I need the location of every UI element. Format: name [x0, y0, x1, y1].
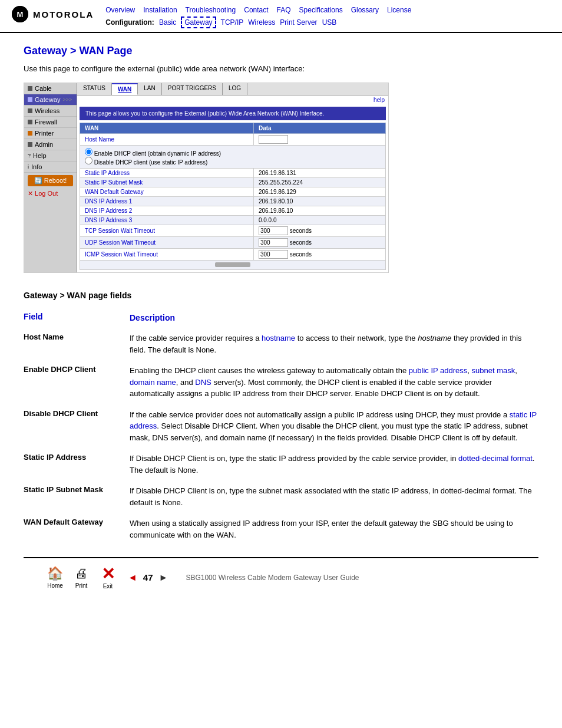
udp-timeout-label[interactable]: UDP Session Wait Timeout — [85, 239, 156, 246]
brand-name: MOTOROLA — [33, 9, 94, 19]
field-enable-dhcp-name: Enable DHCP Client — [24, 360, 130, 404]
footer: 🏠 Home 🖨 Print ✕ Exit ◄ 47 ► SBG1000 Wir… — [24, 557, 538, 597]
udp-timeout-suffix: seconds — [290, 239, 312, 246]
print-label: Print — [75, 582, 88, 589]
public-ip-link[interactable]: public IP address — [409, 366, 468, 375]
main-content: Gateway > WAN Page Use this page to conf… — [0, 33, 562, 608]
sidebar-nav: Cable Gateway >>> Wireless Firewall Prin… — [24, 83, 77, 272]
tab-port-triggers[interactable]: PORT TRIGGERS — [162, 83, 223, 95]
tcp-timeout-input[interactable] — [259, 226, 288, 235]
sidebar-help[interactable]: ? Help — [24, 150, 77, 162]
exit-label: Exit — [103, 583, 113, 589]
config-printserver[interactable]: Print Server — [280, 18, 317, 27]
dns1-value: 206.19.80.10 — [259, 198, 293, 205]
config-basic[interactable]: Basic — [159, 18, 176, 27]
nav-area: Overview Installation Troubleshooting Co… — [105, 6, 550, 32]
sidebar-cable[interactable]: Cable — [24, 83, 77, 94]
tab-lan[interactable]: LAN — [138, 83, 161, 95]
dns1-label[interactable]: DNS IP Address 1 — [85, 198, 132, 205]
config-usb[interactable]: USB — [322, 18, 337, 27]
field-wan-gateway-desc: When using a statically assigned IP addr… — [130, 513, 538, 545]
nav-license[interactable]: License — [387, 6, 411, 14]
footer-nav: ◄ 47 ► — [128, 572, 168, 583]
print-button[interactable]: 🖨 Print — [75, 566, 88, 589]
dhcp-enable-radio: Enable DHCP client (obtain dynamic IP ad… — [85, 148, 381, 157]
field-wan-gateway: WAN Default Gateway When using a statica… — [24, 513, 538, 545]
fields-section-title: Gateway > WAN page fields — [24, 291, 538, 300]
subnet-mask-row: Static IP Subnet Mask 255.255.255.224 — [80, 178, 386, 187]
dns1-row: DNS IP Address 1 206.19.80.10 — [80, 197, 386, 206]
subnet-mask-value: 255.255.255.224 — [259, 179, 303, 186]
tcp-timeout-row: TCP Session Wait Timeout seconds — [80, 225, 386, 237]
help-link[interactable]: help — [77, 95, 388, 104]
sidebar-gateway[interactable]: Gateway >>> — [24, 94, 77, 106]
field-disable-dhcp-name: Disable DHCP Client — [24, 404, 130, 449]
field-disable-dhcp: Disable DHCP Client If the cable service… — [24, 404, 538, 449]
dns3-label[interactable]: DNS IP Address 3 — [85, 217, 132, 223]
field-static-ip: Static IP Address If Disable DHCP Client… — [24, 448, 538, 480]
sidebar-firewall[interactable]: Firewall — [24, 117, 77, 128]
nav-contact[interactable]: Contact — [244, 6, 268, 14]
config-label: Configuration: — [105, 18, 154, 27]
screenshot-container: Cable Gateway >>> Wireless Firewall Prin… — [24, 83, 389, 273]
sidebar-info[interactable]: i Info — [24, 162, 77, 173]
domain-name-link[interactable]: domain name — [130, 378, 176, 387]
subnet-mask-label[interactable]: Static IP Subnet Mask — [85, 179, 143, 186]
sidebar-admin[interactable]: Admin — [24, 139, 77, 150]
nav-glossary[interactable]: Glossary — [351, 6, 379, 14]
dns2-row: DNS IP Address 2 206.19.86.10 — [80, 206, 386, 216]
icmp-timeout-label[interactable]: ICMP Session Wait Timeout — [85, 251, 158, 258]
reboot-button[interactable]: 🔄 Reboot! — [28, 175, 73, 186]
config-tcpip[interactable]: TCP/IP — [221, 18, 244, 27]
tab-wan[interactable]: WAN — [112, 83, 138, 95]
data-col-header: Data — [253, 123, 385, 134]
exit-button[interactable]: ✕ Exit — [100, 565, 116, 589]
field-static-ip-desc: If Disable DHCP Client is on, type the s… — [130, 448, 538, 480]
field-hostname-name: Host Name — [24, 328, 130, 360]
header: M MOTOROLA Overview Installation Trouble… — [0, 0, 562, 33]
config-wireless[interactable]: Wireless — [248, 18, 275, 27]
next-page-button[interactable]: ► — [159, 572, 168, 583]
config-gateway[interactable]: Gateway — [181, 17, 216, 28]
field-wan-gateway-name: WAN Default Gateway — [24, 513, 130, 545]
hostname-link[interactable]: hostname — [262, 334, 295, 342]
desc-col-header: Description — [130, 308, 538, 328]
hostname-input[interactable] — [259, 135, 288, 144]
exit-icon: ✕ — [100, 565, 116, 582]
icmp-timeout-row: ICMP Session Wait Timeout seconds — [80, 249, 386, 261]
nav-installation[interactable]: Installation — [143, 6, 177, 14]
default-gateway-value: 206.19.86.129 — [259, 189, 296, 195]
field-hostname-desc: If the cable service provider requires a… — [130, 328, 538, 360]
icmp-timeout-input[interactable] — [259, 250, 288, 259]
nav-overview[interactable]: Overview — [105, 6, 135, 14]
dhcp-disable-radio-input[interactable] — [85, 157, 92, 164]
motorola-logo-icon: M — [12, 6, 28, 22]
dhcp-disable-radio: Disable DHCP client (use static IP addre… — [85, 157, 381, 166]
nav-troubleshooting[interactable]: Troubleshooting — [186, 6, 236, 14]
subnet-mask-link[interactable]: subnet mask — [472, 366, 515, 375]
page-title: Gateway > WAN Page — [24, 45, 538, 57]
static-ip-label[interactable]: Static IP Address — [85, 170, 130, 176]
tab-log[interactable]: LOG — [223, 83, 247, 95]
nav-faq[interactable]: FAQ — [277, 6, 291, 14]
sidebar-printer[interactable]: Printer — [24, 128, 77, 139]
default-gateway-label[interactable]: WAN Default Gateway — [85, 189, 144, 195]
dns-link[interactable]: DNS — [195, 378, 211, 387]
guide-text: SBG1000 Wireless Cable Modem Gateway Use… — [186, 574, 359, 582]
udp-timeout-input[interactable] — [259, 238, 288, 247]
static-ip-link[interactable]: static IP address — [130, 410, 537, 431]
static-ip-value: 206.19.86.131 — [259, 170, 296, 176]
logout-button[interactable]: ✕ Log Out — [24, 189, 77, 199]
home-button[interactable]: 🏠 Home — [47, 566, 63, 589]
tab-status[interactable]: STATUS — [77, 83, 112, 95]
tcp-timeout-label[interactable]: TCP Session Wait Timeout — [85, 228, 155, 234]
dhcp-enable-radio-input[interactable] — [85, 148, 92, 156]
hostname-label[interactable]: Host Name — [85, 136, 114, 143]
scrollbar-thumb[interactable] — [215, 262, 250, 267]
dhcp-disable-label: Disable DHCP client (use static IP addre… — [94, 159, 208, 166]
dns2-label[interactable]: DNS IP Address 2 — [85, 207, 132, 214]
sidebar-wireless[interactable]: Wireless — [24, 106, 77, 117]
nav-specifications[interactable]: Specifications — [299, 6, 343, 14]
prev-page-button[interactable]: ◄ — [128, 572, 137, 583]
dotted-decimal-link[interactable]: dotted-decimal format — [458, 454, 533, 463]
